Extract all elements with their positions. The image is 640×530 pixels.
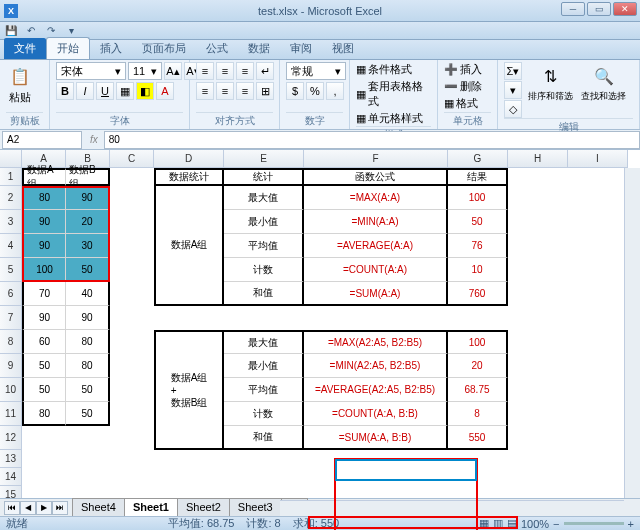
cell[interactable]: 50 [66,258,110,282]
cell[interactable]: 80 [66,330,110,354]
close-button[interactable]: ✕ [613,2,637,16]
cell[interactable]: 数据统计 [154,168,224,186]
align-mid[interactable]: ≡ [216,62,234,80]
cell[interactable]: 68.75 [448,378,508,402]
cell[interactable]: =SUM(A:A) [304,282,448,306]
fx-icon[interactable]: fx [84,134,104,145]
cell[interactable]: 50 [22,378,66,402]
table-format[interactable]: ▦ 套用表格格式 [356,79,431,109]
row-header[interactable]: 2 [0,186,22,210]
qat-dropdown-icon[interactable]: ▾ [64,24,78,38]
cell[interactable]: =MAX(A:A) [304,186,448,210]
name-box[interactable]: A2 [2,131,82,149]
format-button[interactable]: ▦格式 [444,96,478,111]
italic-button[interactable]: I [76,82,94,100]
cell[interactable]: 90 [22,306,66,330]
tab-review[interactable]: 审阅 [280,38,322,59]
sheet-tab[interactable]: Sheet2 [177,498,230,517]
cell[interactable]: 平均值 [224,378,304,402]
cell[interactable]: 100 [22,258,66,282]
tab-file[interactable]: 文件 [4,38,46,59]
col-header[interactable]: H [508,150,568,168]
find-button[interactable]: 🔍查找和选择 [579,62,628,105]
tab-home[interactable]: 开始 [46,37,90,59]
cell[interactable]: 90 [22,210,66,234]
formula-input[interactable]: 80 [104,131,640,149]
currency-button[interactable]: $ [286,82,304,100]
cell[interactable]: =AVERAGE(A:A) [304,234,448,258]
cell[interactable]: 计数 [224,402,304,426]
numfmt-select[interactable]: 常规▾ [286,62,346,80]
underline-button[interactable]: U [96,82,114,100]
wrap-text[interactable]: ↵ [256,62,274,80]
cell[interactable]: 10 [448,258,508,282]
cell[interactable]: 100 [448,330,508,354]
cell[interactable]: 数据A组 [154,186,224,306]
row-header[interactable]: 5 [0,258,22,282]
cell[interactable]: 结果 [448,168,508,186]
row-header[interactable]: 3 [0,210,22,234]
cell[interactable]: 60 [22,330,66,354]
zoom-level[interactable]: 100% [521,518,549,530]
align-left[interactable]: ≡ [196,82,214,100]
cell[interactable]: 数据B组 [66,168,110,186]
cell[interactable]: =MIN(A:A) [304,210,448,234]
grow-font[interactable]: A▴ [164,62,182,80]
tab-data[interactable]: 数据 [238,38,280,59]
view-normal-icon[interactable]: ▦ [479,517,489,530]
cell[interactable]: 数据A组 [22,168,66,186]
redo-icon[interactable]: ↷ [44,24,58,38]
cell[interactable]: 80 [22,186,66,210]
zoom-in[interactable]: + [628,518,634,530]
zoom-slider[interactable] [564,522,624,525]
cell[interactable]: =MAX(A2:A5, B2:B5) [304,330,448,354]
cell[interactable]: 50 [66,378,110,402]
sheet-tab[interactable]: Sheet3 [229,498,282,517]
row-header[interactable]: 14 [0,468,22,486]
cell[interactable]: 函数公式 [304,168,448,186]
col-header[interactable]: C [110,150,154,168]
cell[interactable]: 76 [448,234,508,258]
select-all[interactable] [0,150,22,168]
cell[interactable]: 90 [22,234,66,258]
clear-button[interactable]: ◇ [504,100,522,118]
cell[interactable]: 最小值 [224,210,304,234]
row-header[interactable]: 6 [0,282,22,306]
cond-format[interactable]: ▦ 条件格式 [356,62,412,77]
tab-insert[interactable]: 插入 [90,38,132,59]
sheet-nav-prev[interactable]: ◀ [20,501,36,515]
vertical-scrollbar[interactable] [624,168,640,508]
row-header[interactable]: 10 [0,378,22,402]
cell[interactable]: 90 [66,186,110,210]
cell[interactable]: =SUM(A:A, B:B) [304,426,448,450]
col-header[interactable]: I [568,150,628,168]
row-header[interactable]: 8 [0,330,22,354]
view-layout-icon[interactable]: ▥ [493,517,503,530]
view-break-icon[interactable]: ▤ [507,517,517,530]
cell[interactable]: 30 [66,234,110,258]
merge-button[interactable]: ⊞ [256,82,274,100]
col-header[interactable]: F [304,150,448,168]
paste-button[interactable]: 📋粘贴 [6,62,34,107]
cell[interactable]: 70 [22,282,66,306]
row-header[interactable]: 9 [0,354,22,378]
delete-button[interactable]: ➖删除 [444,79,482,94]
cell[interactable]: =COUNT(A:A) [304,258,448,282]
minimize-button[interactable]: ─ [561,2,585,16]
insert-button[interactable]: ➕插入 [444,62,482,77]
col-header[interactable]: D [154,150,224,168]
cell[interactable]: 90 [66,306,110,330]
sheet-tab[interactable]: Sheet1 [124,498,178,517]
align-bot[interactable]: ≡ [236,62,254,80]
sheet-nav-last[interactable]: ⏭ [52,501,68,515]
cell[interactable]: 8 [448,402,508,426]
row-header[interactable]: 4 [0,234,22,258]
cell[interactable]: 最大值 [224,330,304,354]
row-header[interactable]: 12 [0,426,22,450]
fontsize-select[interactable]: 11▾ [128,62,162,80]
cell[interactable]: 20 [66,210,110,234]
fontcolor-button[interactable]: A [156,82,174,100]
border-button[interactable]: ▦ [116,82,134,100]
align-center[interactable]: ≡ [216,82,234,100]
cell[interactable]: 50 [448,210,508,234]
